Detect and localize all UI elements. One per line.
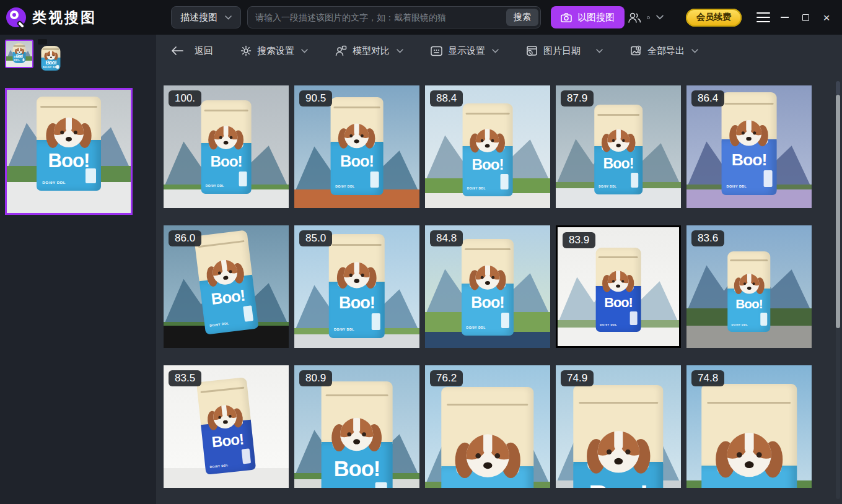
search-settings-dropdown[interactable]: 搜索设置	[240, 45, 308, 57]
membership-renew-button[interactable]: 会员续费	[686, 9, 742, 27]
dog-food-package: Boo!DO/9Y DDL	[722, 92, 777, 195]
package-subtitle-text: DO/9Y DDL	[467, 326, 486, 329]
model-compare-label: 模型对比	[353, 45, 390, 57]
chevron-down-icon	[225, 15, 232, 20]
result-card[interactable]: 74.8 Boo!DO/9Y DDL	[686, 365, 812, 488]
window-controls: ×	[755, 9, 835, 25]
result-card[interactable]: 80.9 Boo!DO/9Y DDL	[294, 365, 419, 488]
scrollbar-nub	[836, 81, 840, 95]
display-settings-label: 显示设置	[448, 45, 485, 57]
result-card[interactable]: 100. Boo!DO/9Y DDL	[164, 85, 289, 208]
close-button[interactable]: ×	[818, 9, 835, 25]
result-card[interactable]: 83.9 Boo!DO/9Y DDL	[556, 225, 681, 348]
dog-illustration	[599, 124, 638, 154]
package-brand-text: Boo!	[727, 298, 770, 311]
result-card[interactable]: 86.4 Boo!DO/9Y DDL	[686, 85, 812, 208]
result-card[interactable]: 83.6 Boo!DO/9Y DDL	[686, 225, 812, 348]
dog-food-package: Boo!DO/9Y DDL	[701, 384, 797, 488]
package-subtitle-text: DO/9Y DDL	[42, 180, 66, 185]
package-brand-text: Boo!	[331, 154, 384, 169]
query-thumbnail-cutout[interactable]: Boo!DO/9Y DDL	[39, 40, 63, 72]
menu-button[interactable]	[755, 9, 771, 25]
similarity-score-badge: 83.6	[691, 230, 724, 246]
export-all-icon	[630, 45, 642, 56]
package-brand-text: Boo!	[573, 482, 663, 489]
dog-food-package: Boo!DO/9Y DDL	[13, 43, 26, 63]
search-box: 搜索	[247, 6, 541, 28]
gear-icon	[240, 45, 252, 56]
result-card[interactable]: 83.5 Boo!DO/9Y DDL	[164, 365, 289, 488]
result-card[interactable]: 90.5 Boo!DO/9Y DDL	[294, 85, 419, 208]
dog-illustration	[43, 49, 59, 61]
display-settings-dropdown[interactable]: 显示设置	[431, 45, 499, 57]
results-toolbar: 返回 搜索设置 模型对比 显示设置 图片日期	[156, 35, 842, 67]
result-card[interactable]: 85.0 Boo!DO/9Y DDL	[294, 225, 419, 348]
model-compare-dropdown[interactable]: 模型对比	[335, 45, 403, 57]
chevron-down-icon	[301, 49, 308, 53]
users-icon	[627, 12, 642, 24]
chevron-down-icon	[656, 15, 664, 20]
dog-illustration	[43, 111, 94, 151]
package-subtitle-text: DO/9Y DDL	[727, 185, 747, 188]
package-brand-text: Boo!	[596, 296, 641, 310]
dog-illustration	[468, 124, 508, 155]
similarity-score-badge: 76.2	[430, 370, 463, 386]
app-title: 类视搜图	[32, 8, 97, 27]
hamburger-icon	[756, 12, 770, 23]
app-logo-icon	[6, 7, 26, 27]
result-card[interactable]: 76.2 Boo!DO/9Y DDL	[425, 365, 550, 488]
search-button[interactable]: 搜索	[506, 9, 538, 26]
package-brand-text: Boo!	[201, 154, 252, 169]
package-brand-text: Boo!	[37, 151, 101, 170]
dog-food-package: Boo!DO/9Y DDL	[201, 100, 252, 193]
package-subtitle-text: DO/9Y DDL	[599, 185, 616, 188]
dog-illustration	[727, 115, 771, 149]
dog-illustration	[14, 46, 25, 54]
similarity-score-badge: 84.8	[430, 230, 463, 246]
result-card[interactable]: 87.9 Boo!DO/9Y DDL	[556, 85, 681, 208]
result-card[interactable]: 86.0 Boo!DO/9Y DDL	[164, 225, 289, 348]
dog-illustration	[450, 425, 525, 482]
package-subtitle-text: DO/9Y DDL	[334, 328, 354, 331]
dog-illustration	[202, 252, 248, 290]
status-dot-icon	[647, 16, 650, 19]
app-window: 类视搜图 描述搜图 搜索 以图搜图 会员续费 ×	[0, 0, 842, 504]
similarity-score-badge: 100.	[169, 90, 201, 106]
result-card[interactable]: 84.8 Boo!DO/9Y DDL	[425, 225, 550, 348]
package-subtitle-text: DO/9Y DDL	[467, 187, 486, 190]
dog-illustration	[582, 422, 654, 478]
dog-food-package: Boo!DO/9Y DDL	[596, 248, 641, 331]
similarity-score-badge: 86.0	[169, 230, 201, 246]
dog-illustration	[328, 411, 385, 455]
chevron-down-icon	[397, 49, 403, 53]
image-search-button[interactable]: 以图搜图	[551, 6, 625, 28]
back-button[interactable]: 返回	[171, 45, 213, 57]
minimize-button[interactable]	[776, 9, 792, 25]
query-image-preview: Boo!DO/9Y DDL	[5, 88, 133, 215]
package-brand-text: Boo!	[463, 157, 513, 172]
package-brand-text: Boo!	[594, 157, 642, 171]
dog-food-package: Boo!DO/9Y DDL	[462, 239, 514, 336]
export-all-dropdown[interactable]: 全部导出	[630, 45, 698, 57]
scrollbar-thumb[interactable]	[836, 95, 840, 328]
dog-food-package: Boo!DO/9Y DDL	[322, 381, 393, 488]
package-subtitle-text: DO/9Y DDL	[335, 185, 355, 188]
chevron-down-icon	[492, 49, 499, 53]
dog-food-package: Boo!DO/9Y DDL	[331, 97, 384, 195]
result-card[interactable]: 74.9 Boo!DO/9Y DDL	[556, 365, 681, 488]
maximize-button[interactable]	[797, 9, 813, 25]
similarity-score-badge: 90.5	[299, 90, 332, 106]
query-thumbnail-selected[interactable]: Boo!DO/9Y DDL	[5, 40, 33, 68]
image-date-icon	[526, 45, 538, 56]
image-date-dropdown[interactable]: 图片日期	[526, 45, 603, 57]
package-brand-text: Boo!	[322, 458, 393, 479]
dog-illustration	[600, 266, 636, 294]
package-brand-text: Boo!	[722, 152, 777, 168]
search-input[interactable]	[247, 6, 541, 28]
format-badge	[38, 39, 47, 45]
account-menu[interactable]	[627, 12, 664, 24]
result-card[interactable]: 88.4 Boo!DO/9Y DDL	[425, 85, 550, 208]
search-mode-dropdown[interactable]: 描述搜图	[171, 6, 241, 28]
dog-illustration	[206, 121, 247, 152]
query-sidebar: Boo!DO/9Y DDL Boo!DO/9Y DDL Boo!DO/9Y DD…	[0, 35, 156, 504]
